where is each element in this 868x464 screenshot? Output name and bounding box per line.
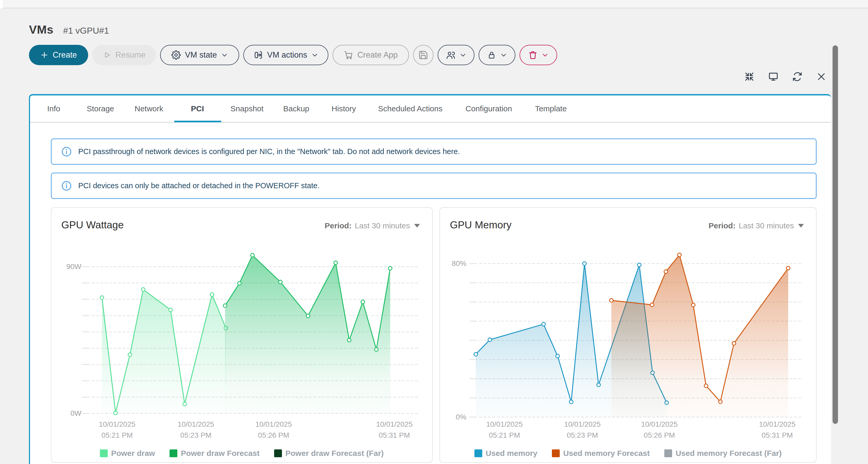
tab-scheduled-actions[interactable]: Scheduled Actions	[378, 95, 443, 122]
cart-icon	[344, 50, 353, 60]
data-point-marker	[375, 348, 378, 352]
info-icon	[62, 147, 71, 157]
data-point-marker	[691, 303, 695, 307]
vm-actions-icon	[253, 50, 263, 60]
detail-panel: InfoStorageNetworkPCISnapshotBackupHisto…	[29, 94, 831, 464]
chevron-down-icon	[311, 52, 318, 58]
data-point-marker	[569, 400, 573, 404]
y-axis-label: 80%	[452, 259, 466, 267]
x-axis-label-time: 05:31 PM	[379, 431, 410, 439]
vm-actions-button[interactable]: VM actions	[243, 45, 329, 65]
window-top-corner	[0, 0, 3, 8]
alert-text: PCI passthrough of network devices is co…	[78, 147, 460, 156]
page-header: VMs #1 vGPU#1	[29, 23, 109, 36]
scrollbar-thumb[interactable]	[833, 45, 838, 424]
legend-label: Power draw	[111, 449, 155, 458]
tab-template[interactable]: Template	[535, 95, 567, 122]
alert-text: PCI devices can only be attached or deta…	[78, 181, 319, 190]
lock-button[interactable]	[478, 45, 516, 65]
window-controls	[744, 71, 827, 82]
data-point-marker	[732, 341, 736, 345]
chevron-down-icon	[500, 52, 507, 58]
chevron-down-icon	[460, 52, 466, 58]
create-app-button-label: Create App	[357, 50, 398, 60]
data-point-marker	[223, 304, 227, 308]
tab-backup[interactable]: Backup	[283, 95, 309, 122]
data-point-marker	[279, 280, 282, 284]
play-icon	[103, 51, 111, 59]
x-axis-label-date: 10/01/2025	[486, 420, 523, 428]
ownership-button[interactable]	[438, 45, 474, 65]
create-button-label: Create	[53, 50, 77, 60]
chevron-down-icon	[542, 52, 549, 58]
legend-label: Used memory Forecast (Far)	[676, 449, 782, 458]
x-axis-label-date: 10/01/2025	[255, 420, 292, 428]
data-point-marker	[389, 266, 392, 270]
tab-pci[interactable]: PCI	[191, 95, 204, 122]
delete-button[interactable]	[520, 45, 557, 65]
gpu-memory-chart: 80%0%10/01/202505:21 PM10/01/202505:23 P…	[440, 208, 817, 463]
data-point-marker	[169, 308, 173, 312]
tab-network[interactable]: Network	[134, 95, 163, 122]
legend-item-used-memory-forecast-far-[interactable]: Used memory Forecast (Far)	[664, 449, 782, 458]
legend-label: Power draw Forecast (Far)	[285, 449, 384, 458]
collapse-icon[interactable]	[744, 71, 754, 82]
vm-state-button[interactable]: VM state	[160, 45, 239, 65]
data-point-marker	[664, 270, 668, 273]
chart-legend: Power drawPower draw ForecastPower draw …	[51, 449, 432, 458]
gpu-memory-card: GPU Memory Period: Last 30 minutes 80%0%…	[439, 207, 817, 463]
legend-item-power-draw-forecast-far-[interactable]: Power draw Forecast (Far)	[274, 449, 384, 458]
x-axis-label-date: 10/01/2025	[376, 420, 413, 428]
data-point-marker	[718, 400, 722, 403]
data-point-marker	[583, 262, 586, 265]
tab-storage[interactable]: Storage	[87, 95, 114, 122]
gpu-wattage-chart: 90W0W10/01/202505:21 PM10/01/202505:23 P…	[51, 208, 433, 463]
tab-snapshot[interactable]: Snapshot	[230, 95, 264, 122]
monitor-icon[interactable]	[768, 71, 779, 82]
refresh-icon[interactable]	[792, 71, 803, 82]
series-area-0	[102, 290, 226, 413]
x-axis-label-time: 05:21 PM	[101, 431, 133, 439]
data-point-marker	[474, 353, 477, 356]
legend-item-used-memory[interactable]: Used memory	[474, 449, 537, 458]
data-point-marker	[650, 303, 654, 306]
vm-state-button-label: VM state	[185, 50, 217, 60]
data-point-marker	[361, 300, 365, 304]
y-axis-label: 0W	[70, 409, 82, 417]
vm-actions-button-label: VM actions	[267, 50, 307, 60]
data-point-marker	[210, 293, 214, 296]
info-icon	[62, 181, 71, 191]
data-point-marker	[100, 296, 104, 300]
data-point-marker	[786, 266, 790, 270]
x-axis-label-date: 10/01/2025	[564, 420, 601, 428]
x-axis-label-time: 05:26 PM	[258, 431, 289, 439]
chevron-down-icon	[221, 52, 228, 58]
create-button[interactable]: Create	[29, 45, 88, 65]
lock-icon	[487, 51, 496, 60]
resume-button[interactable]: Resume	[92, 45, 156, 65]
legend-item-used-memory-forecast[interactable]: Used memory Forecast	[552, 449, 650, 458]
legend-label: Used memory Forecast	[563, 449, 650, 458]
legend-item-power-draw[interactable]: Power draw	[100, 449, 155, 458]
tab-configuration[interactable]: Configuration	[466, 95, 512, 122]
plus-icon	[40, 51, 49, 59]
legend-swatch	[274, 450, 282, 457]
create-app-button[interactable]: Create App	[333, 45, 409, 65]
save-button[interactable]	[413, 45, 433, 65]
tab-info[interactable]: Info	[47, 95, 60, 122]
gpu-wattage-card: GPU Wattage Period: Last 30 minutes 90W0…	[51, 207, 433, 463]
data-point-marker	[334, 261, 338, 265]
data-point-marker	[238, 281, 241, 285]
vm-identifier: #1 vGPU#1	[63, 26, 109, 36]
alert-pci-passthrough: PCI passthrough of network devices is co…	[51, 138, 817, 165]
data-point-marker	[306, 314, 310, 318]
close-icon[interactable]	[816, 71, 827, 82]
tab-bar: InfoStorageNetworkPCISnapshotBackupHisto…	[30, 95, 831, 123]
x-axis-label-time: 05:23 PM	[567, 431, 598, 439]
trash-icon	[528, 50, 537, 60]
legend-item-power-draw-forecast[interactable]: Power draw Forecast	[169, 449, 259, 458]
data-point-marker	[597, 383, 600, 387]
data-point-marker	[142, 288, 145, 292]
tab-history[interactable]: History	[332, 95, 356, 122]
resume-button-label: Resume	[115, 50, 145, 60]
